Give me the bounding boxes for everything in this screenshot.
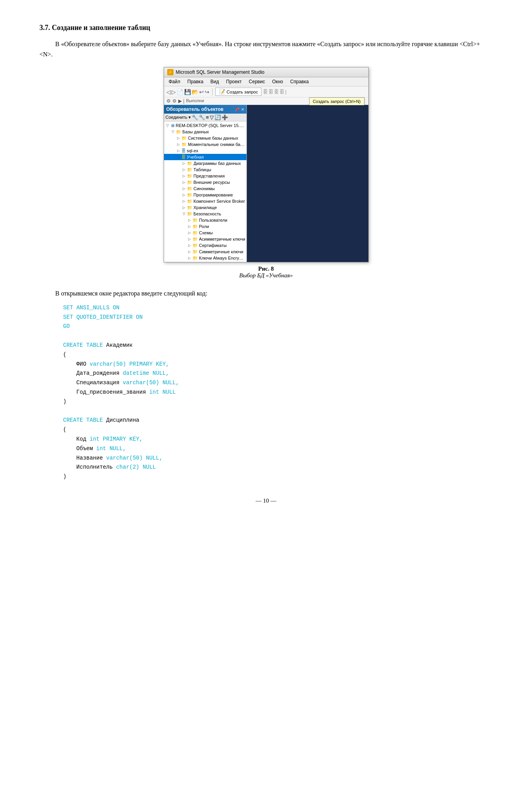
expand-security[interactable]: ▽ <box>181 211 187 217</box>
toolbar-file-icon[interactable]: 📄 <box>177 89 183 95</box>
field4-null: NULL <box>162 389 176 395</box>
expand-sqlex[interactable]: ▷ <box>176 148 181 153</box>
field2-1-type: int <box>90 436 99 442</box>
field3-type: varchar(50) <box>123 380 159 386</box>
oe-toolbar-icon-3[interactable]: ≡ <box>206 114 209 120</box>
figure-ssms: ⚡ Microsoft SQL Server Management Studio… <box>39 67 493 279</box>
ssms-toolbar-1: ◁ ▷ 📄 💾 📂 ↩ ↪ 📝 Создать запрос 🗄 🗄 🗄 🗄 | <box>164 86 368 97</box>
execute-label[interactable]: Выполни <box>186 98 204 104</box>
tree-snapshots[interactable]: ▷ 📁 Моментальные снимки базы данных <box>164 141 246 148</box>
expand-symmetric[interactable]: ▷ <box>187 249 192 254</box>
expand-broker[interactable]: ▷ <box>181 198 187 204</box>
expand-programming[interactable]: ▷ <box>181 192 187 198</box>
oe-toolbar: Соединить ▾ 🔧 🔧 ≡ ▽ 🔄 ➕ <box>164 114 246 122</box>
tree-asymmetric-keys[interactable]: ▷ 📁 Асимметричные ключи <box>164 236 246 242</box>
oe-close-icon[interactable]: ✕ <box>241 107 244 112</box>
expand-storage[interactable]: ▷ <box>181 205 187 210</box>
tree-storage[interactable]: ▷ 📁 Хранилище <box>164 204 246 211</box>
tree-tables[interactable]: ▷ 📁 Таблицы <box>164 166 246 173</box>
tree-uchebnaya-db[interactable]: ▽ 🗄 Учебная <box>164 154 246 160</box>
tree-external[interactable]: ▷ 📁 Внешние ресурсы <box>164 179 246 185</box>
expand-diagrams[interactable]: ▷ <box>181 161 187 166</box>
menu-help[interactable]: Справка <box>287 78 312 85</box>
oe-toolbar-icon-1[interactable]: 🔧 <box>192 114 198 120</box>
toolbar-open-icon[interactable]: 📂 <box>192 89 198 95</box>
tree-certificates[interactable]: ▷ 📁 Сертификаты <box>164 242 246 249</box>
tree-always-encrypted[interactable]: ▷ 📁 Ключи Always Encrypted <box>164 255 246 261</box>
expand-system-dbs[interactable]: ▷ <box>176 135 181 141</box>
expand-uchebnaya[interactable]: ▽ <box>176 154 181 160</box>
code-field-2-4: Исполнитель char(2) NULL <box>63 463 493 472</box>
code-field-1-2: Дата_рождения datetime NULL, <box>63 369 493 378</box>
field2-3-name: Название <box>77 455 103 461</box>
tree-views[interactable]: ▷ 📁 Представления <box>164 173 246 179</box>
menu-window[interactable]: Окно <box>269 78 286 85</box>
expand-roles[interactable]: ▷ <box>187 224 192 229</box>
create-query-button[interactable]: 📝 Создать запрос <box>215 88 262 96</box>
kw-on1: ON <box>113 305 119 311</box>
oe-toolbar-icon-5[interactable]: 🔄 <box>215 114 221 120</box>
expand-views[interactable]: ▷ <box>181 173 187 179</box>
tree-system-dbs[interactable]: ▷ 📁 Системные базы данных <box>164 135 246 141</box>
expand-server[interactable]: ▽ <box>165 123 170 128</box>
tree-users[interactable]: ▷ 📁 Пользователи <box>164 217 246 223</box>
oe-toolbar-icon-2[interactable]: 🔧 <box>199 114 205 120</box>
tree-sqlex-db[interactable]: ▷ 🗄 sql-ex <box>164 148 246 154</box>
field2-3-null: NULL, <box>146 455 162 461</box>
toolbar-redo-icon[interactable]: ↪ <box>205 89 209 95</box>
expand-databases[interactable]: ▽ <box>170 129 176 135</box>
oe-toolbar-icon-4[interactable]: ▽ <box>210 114 214 120</box>
figure-subtitle: Выбор БД «Учебная» <box>239 272 293 279</box>
tree-diagrams[interactable]: ▷ 📁 Диаграммы баз данных <box>164 160 246 166</box>
tree-roles[interactable]: ▷ 📁 Роли <box>164 223 246 230</box>
code-open-2: ( <box>63 425 493 435</box>
tree-synonyms[interactable]: ▷ 📁 Синонимы <box>164 185 246 192</box>
tree-broker[interactable]: ▷ 📁 Компонент Service Broker <box>164 198 246 204</box>
expand-certs[interactable]: ▷ <box>187 243 192 248</box>
tree-programming[interactable]: ▷ 📁 Программирование <box>164 192 246 198</box>
folder-always-enc-icon: 📁 <box>192 256 198 261</box>
oe-toolbar-icon-6[interactable]: ➕ <box>222 114 228 120</box>
toolbar-forward-icon[interactable]: ▷ <box>172 89 176 95</box>
oe-pin-icon[interactable]: 📌 <box>235 107 239 112</box>
tree-symmetric-keys[interactable]: ▷ 📁 Симметричные ключи <box>164 249 246 255</box>
synonyms-label: Синонимы <box>194 186 215 191</box>
toolbar2-icon-2: ⚙ <box>172 98 177 104</box>
tree-security[interactable]: ▽ 📁 Безопасность <box>164 211 246 217</box>
menu-edit[interactable]: Правка <box>184 78 207 85</box>
expand-tables[interactable]: ▷ <box>181 167 187 172</box>
intro-paragraph: В «Обозревателе объектов» выберите базу … <box>39 39 493 59</box>
expand-always-enc[interactable]: ▷ <box>187 255 192 261</box>
snapshots-label: Моментальные снимки базы данных <box>188 142 246 147</box>
folder-roles-icon: 📁 <box>192 224 198 229</box>
expand-asymmetric[interactable]: ▷ <box>187 236 192 242</box>
toolbar-save-icon[interactable]: 💾 <box>184 89 191 95</box>
oe-tree: ▽ 🖥 REM-DESKTOP (SQL Server 15.0.1900.25… <box>164 122 246 262</box>
expand-users[interactable]: ▷ <box>187 217 192 223</box>
expand-snapshots[interactable]: ▷ <box>176 142 181 147</box>
expand-synonyms[interactable]: ▷ <box>181 186 187 191</box>
tree-databases-folder[interactable]: ▽ 📁 Базы данных <box>164 129 246 135</box>
oe-connect-btn[interactable]: Соединить ▾ <box>166 115 191 120</box>
toolbar-back-icon[interactable]: ◁ <box>166 89 171 95</box>
kw-create2: CREATE <box>63 417 83 423</box>
field2-name: Дата_рождения <box>77 370 119 376</box>
expand-schemas[interactable]: ▷ <box>187 230 192 236</box>
expand-external[interactable]: ▷ <box>181 179 187 185</box>
field4-type: int <box>149 389 159 395</box>
toolbar-db-icon-1: 🗄 <box>263 89 268 95</box>
toolbar-undo-icon[interactable]: ↩ <box>199 89 204 95</box>
create-query-label: Создать запрос <box>227 90 258 94</box>
page-number: — 10 — <box>39 497 493 504</box>
menu-file[interactable]: Файл <box>166 78 184 85</box>
menu-view[interactable]: Вид <box>207 78 222 85</box>
ssms-window: ⚡ Microsoft SQL Server Management Studio… <box>164 67 369 262</box>
menu-service[interactable]: Сервис <box>246 78 268 85</box>
kw-table1: TABLE <box>86 342 103 348</box>
menu-project[interactable]: Проект <box>223 78 245 85</box>
field4-name: Год_присвоения_звания <box>77 389 146 395</box>
folder-databases-icon: 📁 <box>176 129 181 135</box>
tree-schemas[interactable]: ▷ 📁 Схемы <box>164 230 246 236</box>
tree-server[interactable]: ▽ 🖥 REM-DESKTOP (SQL Server 15.0.1900.25… <box>164 122 246 129</box>
folder-symmetric-icon: 📁 <box>192 249 198 254</box>
